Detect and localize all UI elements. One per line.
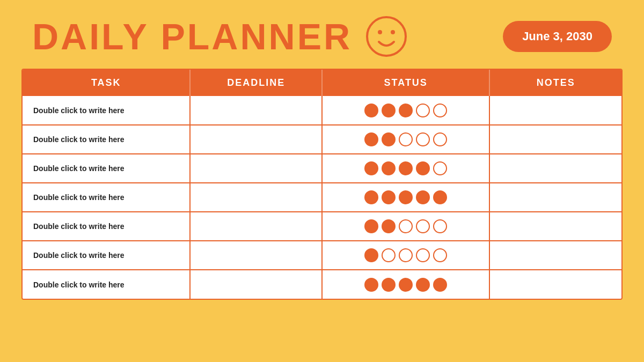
task-cell[interactable]: Double click to write here: [23, 183, 190, 212]
task-cell[interactable]: Double click to write here: [23, 154, 190, 183]
status-dot-filled[interactable]: [416, 278, 430, 292]
notes-cell[interactable]: [489, 241, 621, 270]
notes-cell[interactable]: [489, 154, 621, 183]
task-cell[interactable]: Double click to write here: [23, 270, 190, 299]
status-dot-empty[interactable]: [433, 219, 447, 233]
status-dot-filled[interactable]: [364, 190, 378, 204]
table-row: Double click to write here: [23, 125, 621, 154]
deadline-cell[interactable]: [190, 154, 322, 183]
deadline-cell[interactable]: [190, 212, 322, 241]
status-dot-filled[interactable]: [382, 104, 396, 117]
status-dot-empty[interactable]: [399, 248, 413, 262]
status-dot-filled[interactable]: [364, 278, 378, 292]
status-dot-empty[interactable]: [399, 219, 413, 233]
status-dot-filled[interactable]: [382, 190, 396, 204]
notes-cell[interactable]: [489, 125, 621, 154]
task-cell[interactable]: Double click to write here: [23, 96, 190, 125]
status-dot-empty[interactable]: [433, 104, 447, 117]
notes-cell[interactable]: [489, 270, 621, 299]
svg-point-1: [378, 30, 382, 34]
status-dot-empty[interactable]: [416, 104, 430, 117]
status-cell: [322, 96, 489, 125]
col-deadline: DEADLINE: [190, 70, 322, 96]
smiley-icon: [365, 15, 408, 58]
page-title: DAILY PLANNER: [32, 18, 352, 55]
status-cell: [322, 212, 489, 241]
planner-table: TASK DEADLINE STATUS NOTES Double click …: [23, 70, 621, 299]
task-cell[interactable]: Double click to write here: [23, 241, 190, 270]
status-cell: [322, 125, 489, 154]
status-dot-filled[interactable]: [364, 104, 378, 117]
header: DAILY PLANNER June 3, 2030: [0, 0, 644, 63]
planner-table-container: TASK DEADLINE STATUS NOTES Double click …: [21, 69, 623, 300]
status-dot-filled[interactable]: [399, 278, 413, 292]
status-dot-filled[interactable]: [382, 219, 396, 233]
notes-cell[interactable]: [489, 183, 621, 212]
status-dot-filled[interactable]: [364, 219, 378, 233]
deadline-cell[interactable]: [190, 183, 322, 212]
deadline-cell[interactable]: [190, 125, 322, 154]
table-row: Double click to write here: [23, 183, 621, 212]
table-row: Double click to write here: [23, 241, 621, 270]
status-dot-filled[interactable]: [416, 190, 430, 204]
svg-point-2: [391, 30, 395, 34]
status-dot-empty[interactable]: [416, 219, 430, 233]
status-dot-empty[interactable]: [433, 132, 447, 146]
status-dot-empty[interactable]: [382, 248, 396, 262]
status-dot-filled[interactable]: [433, 278, 447, 292]
status-dot-filled[interactable]: [433, 190, 447, 204]
col-status: STATUS: [322, 70, 489, 96]
notes-cell[interactable]: [489, 96, 621, 125]
date-badge: June 3, 2030: [503, 21, 612, 52]
status-dot-filled[interactable]: [416, 161, 430, 175]
title-group: DAILY PLANNER: [32, 15, 408, 58]
status-dot-filled[interactable]: [399, 104, 413, 117]
deadline-cell[interactable]: [190, 270, 322, 299]
status-dot-empty[interactable]: [416, 132, 430, 146]
status-dot-empty[interactable]: [416, 248, 430, 262]
status-dot-filled[interactable]: [382, 278, 396, 292]
table-row: Double click to write here: [23, 154, 621, 183]
status-dot-filled[interactable]: [364, 248, 378, 262]
status-dot-filled[interactable]: [399, 161, 413, 175]
table-row: Double click to write here: [23, 270, 621, 299]
status-cell: [322, 183, 489, 212]
table-header: TASK DEADLINE STATUS NOTES: [23, 70, 621, 96]
notes-cell[interactable]: [489, 212, 621, 241]
deadline-cell[interactable]: [190, 96, 322, 125]
status-dot-filled[interactable]: [382, 132, 396, 146]
status-dot-empty[interactable]: [433, 248, 447, 262]
status-dot-filled[interactable]: [364, 132, 378, 146]
task-cell[interactable]: Double click to write here: [23, 125, 190, 154]
status-dot-filled[interactable]: [364, 161, 378, 175]
status-dot-filled[interactable]: [399, 190, 413, 204]
task-cell[interactable]: Double click to write here: [23, 212, 190, 241]
status-dot-filled[interactable]: [382, 161, 396, 175]
status-cell: [322, 154, 489, 183]
status-dot-empty[interactable]: [433, 161, 447, 175]
table-row: Double click to write here: [23, 212, 621, 241]
status-cell: [322, 270, 489, 299]
table-body: Double click to write hereDouble click t…: [23, 96, 621, 299]
col-task: TASK: [23, 70, 190, 96]
table-row: Double click to write here: [23, 96, 621, 125]
status-dot-empty[interactable]: [399, 132, 413, 146]
status-cell: [322, 241, 489, 270]
deadline-cell[interactable]: [190, 241, 322, 270]
svg-point-0: [367, 17, 406, 56]
col-notes: NOTES: [489, 70, 621, 96]
